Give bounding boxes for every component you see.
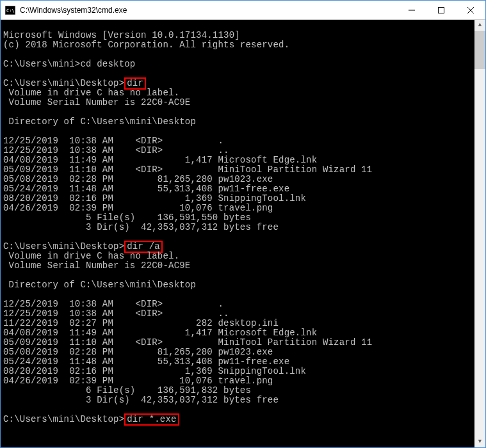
prompt: C:\Users\mini\Desktop> — [3, 78, 124, 88]
output-line: Volume Serial Number is 22C0-AC9E — [3, 97, 190, 108]
dir-row: 04/26/2019 02:39 PM 10,076 travel.png — [3, 203, 273, 213]
output-line: Directory of C:\Users\mini\Desktop — [3, 116, 196, 127]
svg-text:C:\: C:\ — [6, 8, 15, 13]
scrollbar[interactable]: ▲ ▼ — [474, 20, 485, 447]
summary-row: 3 Dir(s) 42,353,037,312 bytes free — [3, 222, 279, 232]
dir-row: 05/24/2019 11:48 AM 55,313,408 pw11-free… — [3, 184, 289, 194]
scrollbar-thumb[interactable] — [474, 31, 485, 69]
terminal-output[interactable]: Microsoft Windows [Version 10.0.17134.11… — [1, 20, 485, 447]
highlighted-command: dir *.exe — [124, 413, 179, 426]
maximize-button[interactable] — [426, 1, 456, 19]
dir-row: 04/08/2019 11:49 AM 1,417 Microsoft Edge… — [3, 328, 317, 338]
window-controls — [397, 1, 485, 19]
output-line: Microsoft Windows [Version 10.0.17134.11… — [3, 30, 240, 40]
dir-row: 08/20/2019 02:16 PM 1,369 SnippingTool.l… — [3, 366, 306, 376]
output-line: Directory of C:\Users\mini\Desktop — [3, 280, 196, 290]
scroll-down-button[interactable]: ▼ — [474, 436, 485, 447]
close-button[interactable] — [456, 1, 485, 19]
output-line: Volume in drive C has no label. — [3, 251, 179, 261]
dir-row: 12/25/2019 10:38 AM <DIR> . — [3, 299, 223, 309]
prompt: C:\Users\mini\Desktop> — [3, 414, 124, 424]
dir-row: 12/25/2019 10:38 AM <DIR> .. — [3, 145, 229, 156]
prompt: C:\Users\mini> — [3, 59, 80, 69]
titlebar: C:\ C:\Windows\system32\cmd.exe — [1, 1, 485, 20]
dir-row: 05/08/2019 02:28 PM 81,265,280 pw1023.ex… — [3, 174, 273, 184]
dir-row: 12/25/2019 10:38 AM <DIR> .. — [3, 308, 229, 319]
dir-row: 05/24/2019 11:48 AM 55,313,408 pw11-free… — [3, 356, 289, 367]
dir-row: 05/09/2019 11:10 AM <DIR> MiniTool Parti… — [3, 164, 372, 175]
scroll-up-button[interactable]: ▲ — [474, 20, 485, 31]
window-title: C:\Windows\system32\cmd.exe — [19, 6, 397, 15]
svg-rect-3 — [439, 7, 444, 13]
output-line: Volume Serial Number is 22C0-AC9E — [3, 260, 190, 271]
dir-row: 12/25/2019 10:38 AM <DIR> . — [3, 136, 223, 146]
cmd-icon: C:\ — [5, 6, 15, 15]
dir-row: 04/26/2019 02:39 PM 10,076 travel.png — [3, 376, 273, 386]
command: cd desktop — [80, 59, 135, 69]
summary-row: 5 File(s) 136,591,550 bytes — [3, 212, 251, 223]
summary-row: 6 File(s) 136,591,832 bytes — [3, 385, 251, 396]
output-line: (c) 2018 Microsoft Corporation. All righ… — [3, 40, 289, 50]
minimize-button[interactable] — [397, 1, 426, 19]
summary-row: 3 Dir(s) 42,353,037,312 bytes free — [3, 395, 279, 405]
dir-row: 05/08/2019 02:28 PM 81,265,280 pw1023.ex… — [3, 347, 273, 357]
dir-row: 05/09/2019 11:10 AM <DIR> MiniTool Parti… — [3, 337, 372, 348]
dir-row: 08/20/2019 02:16 PM 1,369 SnippingTool.l… — [3, 193, 306, 204]
dir-row: 11/22/2019 02:27 PM 282 desktop.ini — [3, 318, 279, 328]
output-line: Volume in drive C has no label. — [3, 88, 179, 98]
prompt: C:\Users\mini\Desktop> — [3, 241, 124, 252]
dir-row: 04/08/2019 11:49 AM 1,417 Microsoft Edge… — [3, 155, 317, 165]
